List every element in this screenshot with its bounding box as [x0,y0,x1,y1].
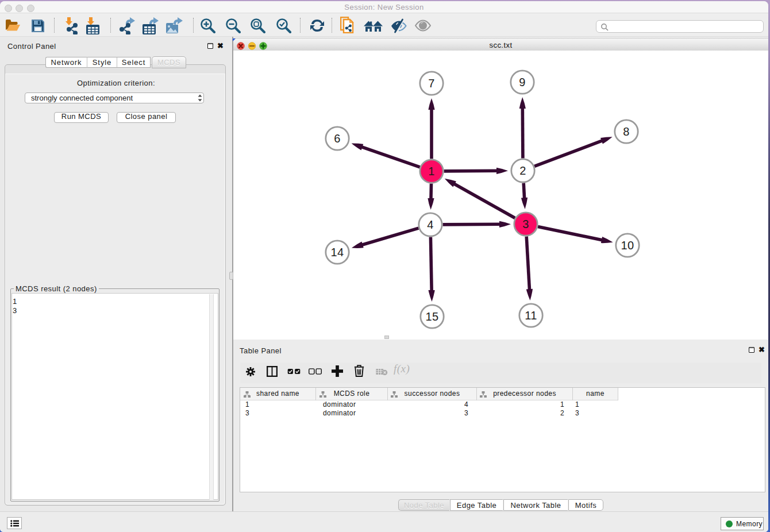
svg-text:2: 2 [519,164,526,177]
svg-text:14: 14 [330,246,344,259]
svg-text:6: 6 [334,132,341,145]
svg-text:11: 11 [525,309,537,322]
svg-text:8: 8 [623,125,630,138]
svg-text:15: 15 [425,310,438,323]
svg-text:4: 4 [427,218,434,231]
svg-text:1: 1 [428,165,435,178]
svg-text:3: 3 [522,218,529,230]
svg-text:9: 9 [519,76,526,88]
svg-text:7: 7 [428,77,435,90]
svg-text:10: 10 [621,239,634,252]
